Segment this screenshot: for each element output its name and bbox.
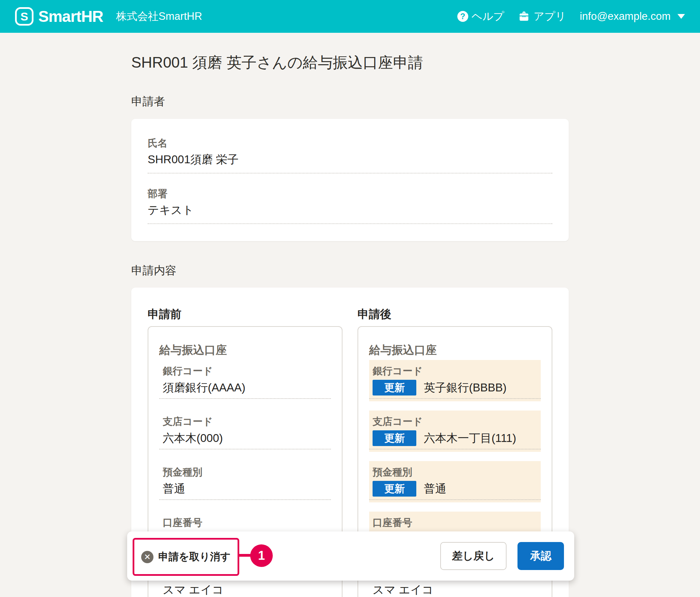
field-value-text: 六本木一丁目(111) (424, 431, 516, 446)
after-heading: 申請後 (358, 307, 552, 322)
field-value-text: 英子銀行(BBBB) (424, 380, 507, 395)
main-content: SHR001 須磨 英子さんの給与振込口座申請 申請者 氏名 SHR001須磨 … (131, 0, 569, 597)
field-value: 須磨銀行(AAAA) (163, 380, 327, 395)
page: S SmartHR 株式会社SmartHR ? ヘルプ アプリ info@exa… (0, 0, 700, 597)
after-field-account-type: 預金種別 更新 普通 (369, 461, 541, 512)
after-field-branch-code: 支店コード 更新 六本木一丁目(111) (369, 411, 541, 461)
send-back-button[interactable]: 差し戻し (440, 542, 507, 570)
field-value: 更新 六本木一丁目(111) (373, 430, 537, 446)
field-value: 六本木(000) (163, 430, 327, 446)
field-label: 部署 (148, 188, 552, 199)
group-title: 給与振込口座 (159, 343, 331, 358)
field-label: 氏名 (148, 137, 552, 149)
field-value: SHR001須磨 栄子 (148, 152, 552, 173)
field-label: 預金種別 (163, 466, 327, 478)
updated-badge: 更新 (373, 481, 416, 497)
field-value: 更新 英子銀行(BBBB) (373, 380, 537, 395)
applicant-section-heading: 申請者 (131, 94, 569, 109)
applicant-field-department: 部署 テキスト (148, 188, 552, 224)
applicant-card: 氏名 SHR001須磨 栄子 部署 テキスト (131, 119, 569, 241)
field-label: 口座番号 (373, 517, 537, 528)
field-label: 支店コード (373, 416, 537, 427)
floating-action-bar: ✕ 申請を取り消す 1 差し戻し 承認 (127, 531, 574, 581)
divider (369, 398, 541, 399)
before-field-bank-code: 銀行コード 須磨銀行(AAAA) (159, 360, 331, 411)
field-label: 支店コード (163, 416, 327, 427)
before-field-branch-code: 支店コード 六本木(000) (159, 411, 331, 461)
cancel-x-icon: ✕ (141, 551, 153, 563)
account-email: info@example.com (580, 10, 671, 23)
field-value: テキスト (148, 202, 552, 224)
updated-badge: 更新 (373, 380, 416, 395)
applicant-field-name: 氏名 SHR001須磨 栄子 (148, 137, 552, 173)
divider (159, 449, 331, 449)
field-value-text: 普通 (424, 481, 446, 497)
approve-button[interactable]: 承認 (517, 542, 564, 570)
smarthr-logo-text: SmartHR (38, 9, 103, 24)
after-field-bank-code: 銀行コード 更新 英子銀行(BBBB) (369, 360, 541, 411)
field-value: スマ エイコ (373, 582, 537, 597)
smarthr-logo-icon: S (15, 7, 33, 26)
updated-badge: 更新 (373, 430, 416, 446)
field-value: 更新 普通 (373, 481, 537, 497)
field-label: 銀行コード (373, 365, 537, 377)
before-heading: 申請前 (148, 307, 342, 322)
account-menu[interactable]: info@example.com (580, 10, 685, 23)
annotation-connector (239, 554, 252, 557)
smarthr-logo[interactable]: S SmartHR (15, 7, 103, 26)
divider (369, 499, 541, 500)
annotation-number-badge: 1 (250, 544, 273, 567)
cancel-application-label: 申請を取り消す (158, 550, 231, 564)
field-label: 口座番号 (163, 517, 327, 528)
before-field-account-type: 預金種別 普通 (159, 461, 331, 512)
field-value: 普通 (163, 481, 327, 497)
cancel-application-button[interactable]: ✕ 申請を取り消す (133, 538, 239, 576)
divider (159, 499, 331, 500)
divider (369, 449, 541, 449)
page-title: SHR001 須磨 英子さんの給与振込口座申請 (131, 53, 569, 72)
content-section-heading: 申請内容 (131, 263, 569, 278)
chevron-down-icon (677, 14, 685, 19)
divider (159, 398, 331, 399)
field-value: スマ エイコ (163, 582, 327, 597)
field-label: 預金種別 (373, 466, 537, 478)
group-title: 給与振込口座 (369, 343, 541, 358)
field-label: 銀行コード (163, 365, 327, 377)
